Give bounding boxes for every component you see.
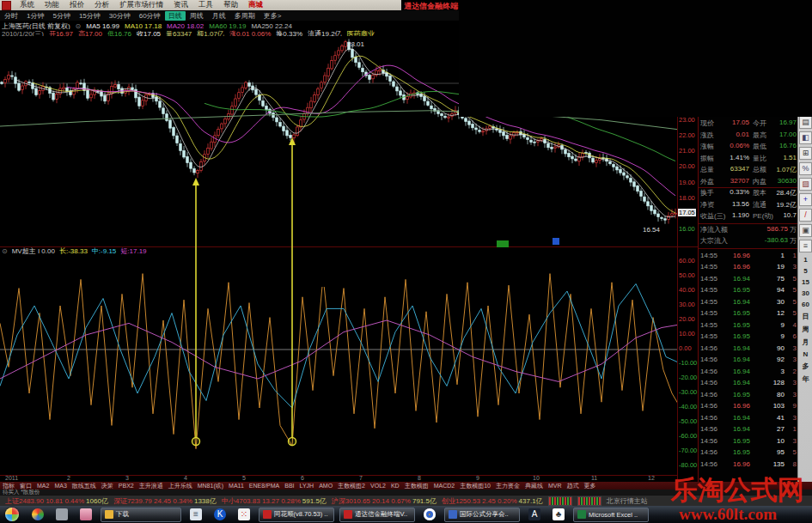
indicator-tab-主力资金[interactable]: 主力资金: [493, 482, 522, 490]
right-period-15[interactable]: 15: [799, 278, 812, 286]
tick-row[interactable]: 14:56 16.94 128 3: [700, 379, 797, 390]
index-segment-中小[interactable]: 中小4703.83 13.27 0.28%591.5亿: [222, 496, 327, 506]
grid-icon[interactable]: ⊞: [799, 147, 812, 160]
right-period-N[interactable]: N: [799, 350, 812, 358]
copy-icon[interactable]: ▣: [799, 224, 812, 237]
indicator-tab-散线五线[interactable]: 散线五线: [70, 482, 99, 490]
indicator-tab-MA3[interactable]: MA3: [52, 483, 69, 489]
tick-row[interactable]: 14:55 16.95 9 6: [700, 332, 797, 344]
menu-item-资讯[interactable]: 资讯: [168, 0, 193, 10]
indicator-tab-MA2[interactable]: MA2: [34, 483, 52, 489]
menu-item-报价[interactable]: 报价: [64, 0, 89, 10]
tick-row[interactable]: 14:56 16.95 10 3: [700, 437, 797, 448]
taskbar-button-1[interactable]: 同花顺(v8.70.53) ..: [259, 508, 334, 522]
tick-row[interactable]: 14:56 16.94 90 3: [700, 344, 797, 356]
menu-item-扩展市场行情[interactable]: 扩展市场行情: [114, 0, 168, 10]
dark-app-icon[interactable]: A: [528, 508, 540, 520]
indicator-tab-BBI[interactable]: BBI: [282, 483, 296, 489]
right-period-日[interactable]: 日: [799, 312, 812, 321]
period-button-60分钟[interactable]: 60分钟: [135, 11, 165, 21]
menu-item-系统[interactable]: 系统: [15, 0, 40, 10]
tick-row[interactable]: 14:55 16.96 1 1: [700, 252, 797, 263]
indicator-tab-MA11[interactable]: MA11: [226, 483, 247, 489]
tick-row[interactable]: 14:56 16.96 135 8: [700, 460, 797, 471]
indicator-tab-上升乐线[interactable]: 上升乐线: [166, 482, 195, 490]
right-period-60[interactable]: 60: [799, 301, 812, 308]
indicator-tab-决策[interactable]: 决策: [99, 482, 116, 490]
indicator-tab-MN81(或)[interactable]: MN81(或): [195, 482, 226, 490]
menu-item-功能[interactable]: 功能: [40, 0, 64, 10]
taskbar-button-4[interactable]: Microsoft Excel ..: [573, 508, 649, 522]
clover-icon[interactable]: ♣: [553, 508, 565, 520]
right-period-1[interactable]: 1: [799, 256, 812, 264]
right-period-年[interactable]: 年: [799, 374, 812, 384]
index-segment-上证[interactable]: 上证2483.90 10.81 0.44%1060亿: [5, 496, 108, 506]
period-button-更多>[interactable]: 更多>: [259, 11, 286, 21]
tick-row[interactable]: 14:56 16.95 80 3: [700, 391, 797, 402]
tick-row[interactable]: 14:56 16.95 95 5: [700, 448, 797, 459]
index-segment-沪深[interactable]: 沪深3010.65 20.14 0.67%791.5亿: [332, 496, 437, 506]
period-button-5分钟[interactable]: 5分钟: [48, 11, 74, 21]
taskbar-button-0[interactable]: 下载: [101, 508, 181, 522]
tick-row[interactable]: 14:56 16.94 27 1: [700, 425, 797, 436]
tick-row[interactable]: 14:56 16.94 41 3: [700, 414, 797, 425]
indicator-tab-MVR[interactable]: MVR: [546, 483, 565, 489]
taskbar-button-3[interactable]: 国际公式分享会..: [444, 508, 520, 522]
k-circle-icon[interactable]: K: [214, 508, 226, 520]
indicator-tab-主数横图[interactable]: 主数横图: [402, 482, 431, 490]
marker-dot[interactable]: ⊙: [76, 22, 82, 29]
indicator-tab-MACD2[interactable]: MACD2: [431, 483, 458, 489]
indicator-tab-VOL2[interactable]: VOL2: [368, 483, 388, 489]
right-period-5[interactable]: 5: [799, 267, 812, 275]
indicator-tab-PBX2[interactable]: PBX2: [116, 483, 137, 489]
tick-row[interactable]: 14:56 16.94 92 3: [700, 356, 797, 367]
tick-row[interactable]: 14:55 16.95 12 5: [700, 309, 797, 320]
tick-row[interactable]: 14:55 16.96 19 3: [700, 263, 797, 274]
event-badge-blue[interactable]: [553, 238, 559, 245]
period-button-30分钟[interactable]: 30分钟: [105, 11, 135, 21]
pen-icon[interactable]: /: [799, 209, 812, 222]
period-button-15分钟[interactable]: 15分钟: [75, 11, 105, 21]
right-period-多[interactable]: 多: [799, 362, 812, 371]
indicator-tab-典藏线[interactable]: 典藏线: [522, 482, 546, 490]
indicator-tab-趋式[interactable]: 趋式: [565, 482, 582, 490]
menu-item-分析[interactable]: 分析: [89, 0, 114, 10]
indicator-tab-ENE8/PMA[interactable]: ENE8/PMA: [247, 483, 282, 489]
report-icon[interactable]: ▤: [799, 116, 812, 129]
tick-row[interactable]: 14:55 16.95 9 4: [700, 321, 797, 332]
indicator-tab-主数横图10[interactable]: 主数横图10: [457, 482, 493, 490]
tick-row[interactable]: 14:55 16.94 30 5: [700, 298, 797, 309]
right-period-周[interactable]: 周: [799, 325, 812, 334]
dice-icon[interactable]: ⁙: [238, 508, 250, 520]
tick-row[interactable]: 14:55 16.94 75 5: [700, 275, 797, 286]
period-button-周线[interactable]: 周线: [186, 11, 208, 21]
chrome-icon[interactable]: [424, 508, 436, 520]
notepad-icon[interactable]: ≡: [190, 508, 202, 520]
pink-app-icon[interactable]: [80, 508, 92, 520]
indicator-tab-AMO[interactable]: AMO: [316, 483, 335, 489]
right-period-30[interactable]: 30: [799, 289, 812, 297]
paint-icon[interactable]: ▨: [799, 178, 812, 191]
period-button-1分钟[interactable]: 1分钟: [22, 11, 48, 21]
event-badge-green[interactable]: [497, 240, 509, 247]
percent-icon[interactable]: %: [799, 162, 812, 175]
index-segment-创业[interactable]: 创业1250.53 2.45 0.20%437.1亿: [442, 496, 543, 506]
gray-app-icon[interactable]: [56, 508, 68, 520]
list-icon[interactable]: ≡: [799, 240, 812, 252]
index-segment-深证[interactable]: 深证7239.79 24.45 0.34%1338亿: [113, 496, 217, 506]
period-button-分时[interactable]: 分时: [0, 11, 22, 21]
indicator-tab-KD[interactable]: KD: [388, 483, 402, 489]
menu-item-帮助[interactable]: 帮助: [218, 0, 243, 10]
indicator-tab-更多[interactable]: 更多: [582, 482, 599, 490]
info-icon[interactable]: ◧: [799, 131, 812, 144]
swirl-app-icon[interactable]: [32, 508, 44, 520]
tick-row[interactable]: 14:55 16.95 94 5: [700, 286, 797, 297]
tick-row[interactable]: 14:56 16.94 3 2: [700, 368, 797, 379]
indicator-tab-主数横图2[interactable]: 主数横图2: [335, 482, 368, 490]
start-button[interactable]: [5, 508, 19, 521]
menu-item-工具[interactable]: 工具: [193, 0, 218, 10]
period-button-多周期[interactable]: 多周期: [230, 11, 259, 21]
cross-icon[interactable]: +: [799, 193, 812, 206]
tick-row[interactable]: 14:56 16.96 103 9: [700, 402, 797, 413]
taskbar-button-2[interactable]: 通达信金融终端V..: [339, 508, 415, 522]
